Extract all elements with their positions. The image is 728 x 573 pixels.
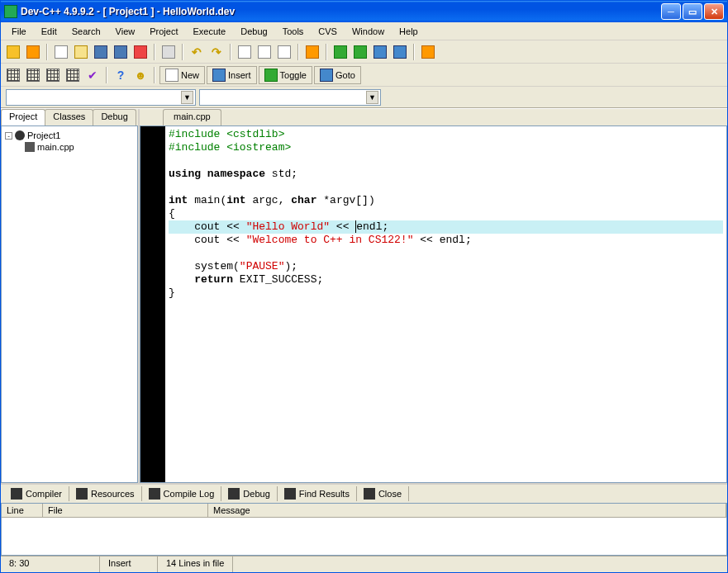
menu-project[interactable]: Project [142,24,185,39]
code-text: cout << [169,220,246,233]
code-text: int [169,194,194,206]
run-icon[interactable] [351,43,369,61]
menu-view[interactable]: View [108,24,143,39]
editor[interactable]: #include <cstdlib> #include <iostream> u… [140,125,727,483]
compiler-icon [11,488,22,500]
new-button[interactable]: New [159,66,205,84]
find-icon[interactable] [236,43,254,61]
menu-file[interactable]: File [4,24,34,39]
separator [326,44,327,60]
btab-debug[interactable]: Debug [221,486,277,501]
code-text: <iostream> [226,141,291,154]
separator [230,44,231,60]
grid3-icon[interactable] [44,66,62,84]
code-text: EXIT_SUCCESS; [240,273,323,286]
project-tree[interactable]: - Project1 main.cpp [1,125,138,483]
grid2-icon[interactable] [24,66,42,84]
col-file[interactable]: File [43,504,208,517]
toggle-label: Toggle [280,70,307,80]
code-area[interactable]: #include <cstdlib> #include <iostream> u… [165,126,726,482]
about-icon[interactable]: ☻ [131,66,150,84]
code-text: #include [169,128,226,140]
menu-edit[interactable]: Edit [34,24,64,39]
insert-button[interactable]: Insert [207,66,257,84]
help-icon[interactable]: ? [112,66,130,84]
close-button[interactable]: ✕ [704,3,724,20]
close-file-icon[interactable] [131,43,150,61]
tab-project[interactable]: Project [1,109,45,125]
separator [182,44,183,60]
btab-find-results[interactable]: Find Results [278,486,357,501]
goto-button[interactable]: Goto [314,66,361,84]
tab-classes[interactable]: Classes [45,109,93,125]
message-grid[interactable]: Line File Message [1,503,727,556]
grid1-icon[interactable] [4,66,22,84]
menu-help[interactable]: Help [392,24,426,39]
tree-root[interactable]: - Project1 [5,130,134,141]
compile-icon[interactable] [331,43,350,61]
code-text: cout << [169,234,246,246]
status-mode: Insert [100,556,158,572]
code-text: std; [272,168,297,180]
bottom-tabs: Compiler Resources Compile Log Debug Fin… [1,485,727,503]
menu-search[interactable]: Search [64,24,108,39]
col-message[interactable]: Message [208,504,726,517]
separator [154,44,155,60]
save-icon[interactable] [92,43,110,61]
file-tab-main[interactable]: main.cpp [163,109,221,125]
app-icon [4,5,17,18]
col-line[interactable]: Line [2,504,43,517]
redo-icon[interactable]: ↷ [207,43,226,61]
print-icon[interactable] [159,43,178,61]
btab-compiler[interactable]: Compiler [4,486,69,501]
class-combo[interactable]: ▼ [6,89,196,106]
debug-run-icon[interactable] [419,43,437,61]
gutter [140,126,165,482]
btab-resources[interactable]: Resources [69,486,142,501]
log-icon [149,488,160,500]
btab-close[interactable]: Close [357,486,409,501]
debug-icon [228,488,240,500]
menu-cvs[interactable]: CVS [311,24,345,39]
save-all-icon[interactable] [112,43,130,61]
code-text: << endl; [413,234,471,246]
menu-tools[interactable]: Tools [275,24,312,39]
separator [154,67,155,83]
replace-icon[interactable] [255,43,274,61]
collapse-icon[interactable]: - [5,132,12,140]
new-file-icon[interactable] [52,43,70,61]
btab-compile-log[interactable]: Compile Log [142,486,222,501]
tab-debug[interactable]: Debug [93,109,136,125]
tree-file-label: main.cpp [37,142,74,152]
menu-execute[interactable]: Execute [185,24,233,39]
file-icon [25,142,35,152]
code-text: *argv[]) [323,194,374,206]
undo-icon[interactable]: ↶ [188,43,206,61]
toggle-button[interactable]: Toggle [259,66,312,84]
menu-bar: File Edit Search View Project Execute De… [1,22,727,40]
chevron-down-icon: ▼ [366,91,378,104]
code-text: return [169,273,240,286]
new-source-icon[interactable] [4,43,22,61]
tree-root-label: Project1 [27,130,60,140]
menu-debug[interactable]: Debug [233,24,274,39]
open-icon[interactable] [72,43,90,61]
code-text [169,247,194,259]
goto-line-icon[interactable] [303,43,321,61]
new-project-icon[interactable] [24,43,42,61]
status-lines: 14 Lines in file [158,556,233,572]
menu-window[interactable]: Window [345,24,392,39]
code-text: << [330,220,355,233]
rebuild-icon[interactable] [391,43,409,61]
new-label: New [181,70,199,80]
code-text: "Welcome to C++ in CS122!" [246,234,414,246]
grid4-icon[interactable] [64,66,82,84]
minimize-button[interactable]: ─ [661,3,681,20]
compile-run-icon[interactable] [371,43,389,61]
function-combo[interactable]: ▼ [199,89,381,106]
project-icon [15,130,25,140]
check-icon[interactable]: ✔ [83,66,102,84]
tree-file[interactable]: main.cpp [25,141,134,153]
maximize-button[interactable]: ▭ [683,3,702,20]
find-again-icon[interactable] [275,43,293,61]
